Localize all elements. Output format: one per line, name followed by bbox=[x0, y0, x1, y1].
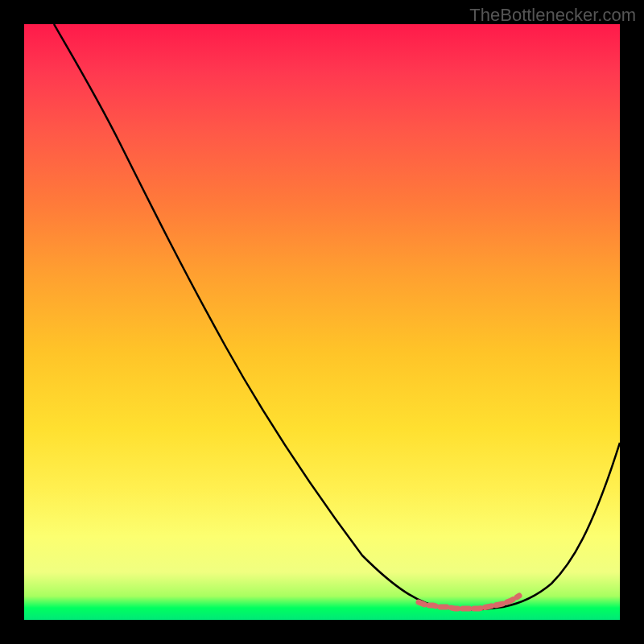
chart-svg bbox=[24, 24, 620, 620]
watermark-text: TheBottlenecker.com bbox=[469, 5, 636, 26]
chart-plot-area bbox=[24, 24, 620, 620]
main-curve-line bbox=[54, 24, 620, 609]
